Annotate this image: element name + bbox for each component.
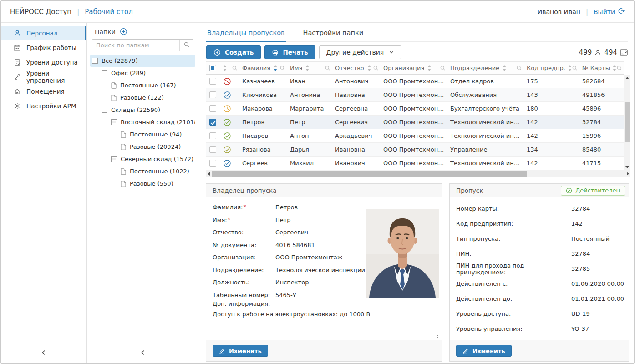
scroll-up-arrow[interactable] [625, 77, 629, 79]
sort-icon[interactable] [305, 65, 309, 71]
sidebar-item[interactable]: Уровни управления [1, 70, 86, 84]
tree-item[interactable]: Постоянные (1022) [90, 165, 195, 177]
sidebar-item[interactable]: Уровни доступа [1, 55, 86, 70]
vertical-scrollbar[interactable] [624, 75, 630, 171]
column-search-icon[interactable] [572, 65, 578, 71]
table-row[interactable]: МакароваМаргаритаСергеевнаООО Промтехмон… [206, 102, 624, 116]
add-folder-button[interactable] [120, 28, 127, 35]
check-circle-icon [566, 187, 572, 194]
scroll-left-arrow[interactable] [208, 172, 210, 176]
row-checkbox[interactable] [209, 78, 216, 85]
sort-icon[interactable] [427, 65, 431, 71]
vertical-scroll-thumb[interactable] [625, 102, 630, 142]
column-search-icon[interactable] [373, 65, 379, 71]
required-asterisk: * [243, 204, 246, 210]
column-header-lastname[interactable]: Фамилия [239, 62, 287, 74]
column-header-card-number[interactable]: № Карты [579, 62, 624, 74]
table-header-row: ФамилияИмяОтчествоОрганизацияПодразделен… [206, 61, 624, 75]
column-search-icon[interactable] [440, 65, 446, 71]
table-row[interactable]: КазначеевИванАнтоновичООО ПромтехмонтажО… [206, 75, 624, 88]
table-row[interactable]: РязановаДарьяИвановнаООО ПромтехмонтажУп… [206, 143, 624, 157]
tree-item[interactable]: Разовые (20924) [90, 141, 195, 153]
folder-search-input[interactable] [92, 40, 179, 51]
field-label: Уровень доступа: [456, 310, 571, 317]
sort-icon[interactable] [223, 65, 227, 71]
sidebar-item[interactable]: График работы [1, 40, 86, 55]
tree-item[interactable]: Разовые (550) [90, 177, 195, 190]
field-label: ПИН для прохода под принуждением: [456, 262, 571, 276]
row-checkbox[interactable] [209, 105, 216, 112]
field-label: Номер карты: [456, 205, 571, 212]
edit-owner-button[interactable]: Изменить [213, 345, 268, 357]
folders-collapse-button[interactable] [140, 349, 146, 358]
sort-icon[interactable] [613, 65, 616, 71]
table-row[interactable]: ПисаревАнтонАркадьевичООО ПромтехмонтажТ… [206, 129, 624, 143]
sort-icon[interactable] [367, 65, 371, 71]
column-search-icon[interactable] [279, 65, 285, 71]
select-all-checkbox[interactable] [209, 65, 216, 71]
more-actions-button[interactable]: Другие действия [319, 46, 402, 59]
tree-expander-icon[interactable] [111, 156, 117, 162]
tab-folder-settings[interactable]: Настройки папки [302, 26, 365, 41]
tree-expander-icon[interactable] [102, 70, 107, 76]
table-row[interactable]: СергеевМихаилИвановичООО ПромтехмонтажТе… [206, 157, 624, 170]
tree-item[interactable]: Офис (289) [90, 67, 195, 79]
sidebar-item[interactable]: Помещения [1, 84, 86, 99]
field-value: Сергеевич [275, 229, 308, 236]
table-row[interactable]: ПетровПетрСергеевичООО ПромтехмонтажТехн… [206, 116, 624, 129]
sort-icon[interactable] [568, 65, 572, 71]
column-header-middlename[interactable]: Отчество [332, 62, 381, 74]
tree-expander-icon[interactable] [111, 119, 117, 125]
tree-item[interactable]: Все (22879) [90, 55, 195, 67]
row-checkbox[interactable] [209, 119, 216, 126]
scroll-right-arrow[interactable] [627, 172, 629, 176]
tab-bar: Владельцы пропусков Настройки папки [206, 26, 628, 42]
tree-item[interactable]: Склады (22590) [90, 104, 195, 116]
column-search-icon[interactable] [516, 65, 522, 71]
cell-firstname: Петр [287, 116, 332, 129]
tab-pass-owners[interactable]: Владельцы пропусков [206, 26, 286, 41]
print-button[interactable]: Печать [264, 46, 315, 59]
column-header-department[interactable]: Подразделение [447, 62, 524, 74]
table-row[interactable]: КлючиковаАнтонинаПавловнаООО Промтехмонт… [206, 88, 624, 102]
column-search-icon[interactable] [325, 65, 330, 71]
sort-icon[interactable] [274, 65, 277, 71]
create-button[interactable]: Создать [206, 46, 261, 59]
sidebar-collapse-button[interactable] [41, 349, 46, 358]
edit-pass-button[interactable]: Изменить [456, 345, 512, 357]
tree-item[interactable]: Восточный склад (21018) [90, 116, 195, 128]
resize-handle-icon[interactable] [434, 335, 438, 339]
column-header-firstname[interactable]: Имя [287, 62, 332, 74]
horizontal-scrollbar[interactable] [206, 170, 630, 177]
owner-panel-title: Владелец пропуска [213, 187, 277, 194]
horizontal-scroll-thumb[interactable] [212, 171, 527, 177]
scroll-down-arrow[interactable] [625, 166, 629, 168]
row-checkbox[interactable] [209, 160, 216, 167]
sort-icon[interactable] [503, 65, 506, 71]
tree-expander-icon[interactable] [102, 107, 107, 113]
cell-middlename: Антонович [332, 75, 381, 88]
sidebar-item[interactable]: Персонал [1, 26, 86, 40]
column-search-icon[interactable] [232, 65, 238, 71]
row-checkbox[interactable] [209, 146, 216, 153]
cell-lastname: Писарев [239, 129, 287, 142]
column-header-organization[interactable]: Организация [381, 62, 447, 74]
tree-item-count: 1572 [176, 156, 191, 162]
row-checkbox[interactable] [209, 91, 216, 98]
column-search-icon[interactable] [616, 65, 622, 71]
logout-link[interactable]: Выйти [594, 7, 625, 16]
tree-item-count: 289 [132, 70, 143, 76]
sidebar-item[interactable]: Настройки АРМ [1, 99, 86, 113]
tree-item[interactable]: Постоянные (167) [90, 79, 195, 91]
row-checkbox[interactable] [209, 132, 216, 139]
tree-item[interactable]: Северный склад (1572) [90, 153, 195, 165]
tree-item[interactable]: Постоянные (94) [90, 128, 195, 141]
extra-info-field: Доступ к работе на электроустановках: до… [210, 309, 439, 339]
cell-middlename: Иванович [332, 157, 381, 170]
folder-search-button[interactable] [179, 40, 193, 51]
tree-expander-icon[interactable] [92, 58, 98, 64]
column-header-company-code[interactable]: Код предпр. [524, 62, 579, 74]
tree-item[interactable]: Разовые (122) [90, 91, 195, 104]
extra-info-textarea[interactable]: Доступ к работе на электроустановках: до… [210, 309, 439, 339]
desktop-link[interactable]: Рабочий стол [85, 8, 133, 16]
